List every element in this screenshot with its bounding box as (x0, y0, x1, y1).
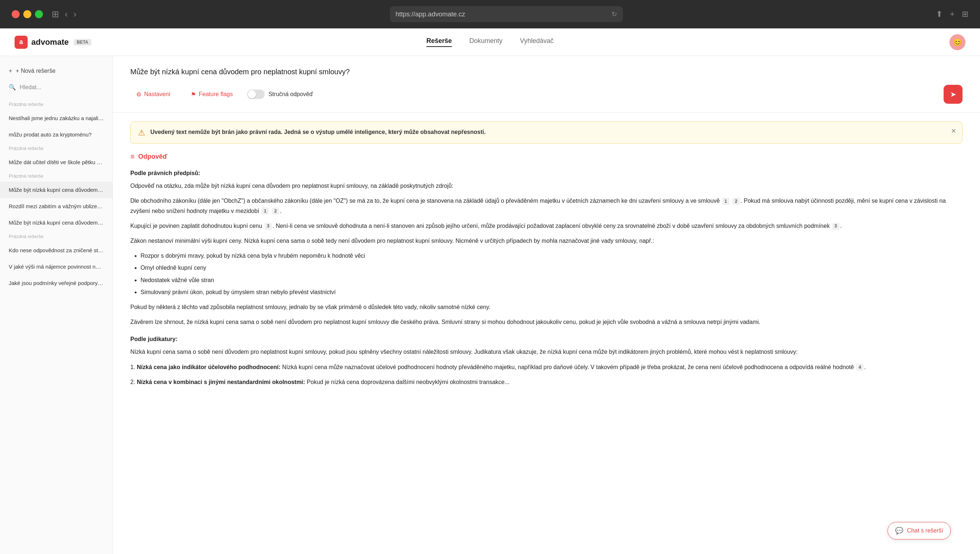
toolbar: ⚙ Nastavení ⚑ Feature flags Stručná odpo… (130, 85, 963, 104)
logo-area: a advomate BETA (14, 36, 91, 49)
legal-p4: Pokud by některá z těchto vad způsobila … (130, 302, 963, 312)
settings-button[interactable]: ⚙ Nastavení (130, 88, 176, 101)
nav-vyhledavac[interactable]: Vyhledávač (520, 37, 554, 47)
traffic-lights (12, 10, 43, 18)
answer-header: ≡ Odpověď (130, 153, 963, 161)
url-text: https://app.advomate.cz (396, 11, 465, 18)
sidebar-section-label-3: Prázdná rešerše (0, 170, 113, 181)
case-bullet-2: 2. Nízká cena v kombinaci s jinými nesta… (130, 377, 963, 387)
legal-bullet-2: Omyl ohledně kupní ceny (140, 263, 963, 273)
plus-icon: + (9, 68, 12, 74)
answer-body: Podle právních předpisů: Odpověď na otáz… (130, 168, 963, 387)
browser-chrome: ⊞ ‹ › https://app.advomate.cz ↻ ⬆ + ⊞ (0, 0, 980, 29)
chat-label: Chat s rešerší (907, 527, 943, 534)
legal-bullet-4: Simulovaný právní úkon, pokud by úmyslem… (140, 287, 963, 297)
case-law-heading: Podle judikatury: (130, 334, 963, 344)
search-icon: 🔍 (9, 84, 16, 91)
stručná-odpověď-toggle: Stručná odpověď (247, 89, 313, 99)
answer-header-label: Odpověď (138, 153, 167, 161)
case-bullet-1-label: Nízká cena jako indikátor účelového podh… (137, 364, 281, 370)
flag-icon: ⚑ (191, 91, 196, 98)
nav-reserše[interactable]: Rešerše (426, 37, 452, 47)
legal-intro: Odpověď na otázku, zda může být nízká ku… (130, 181, 963, 191)
case-bullet-2-label: Nízká cena v kombinaci s jinými nestanda… (137, 379, 305, 385)
legal-p1: Dle obchodního zákoníku (dále jen "ObchZ… (130, 196, 963, 215)
citation-4: 4 (856, 364, 864, 371)
send-icon: ➤ (950, 90, 956, 99)
tab-grid-icon[interactable]: ⊞ (52, 9, 59, 19)
warning-icon: ⚠ (138, 128, 145, 138)
app-header: a advomate BETA Rešerše Dokumenty Vyhled… (0, 29, 980, 56)
sidebar-section-label-4: Prázdná rešerše (0, 231, 113, 242)
content-panel: Může být nízká kupní cena důvodem pro ne… (113, 56, 980, 554)
browser-actions: ⬆ + ⊞ (936, 10, 968, 19)
sidebar-item-9[interactable]: Jaké jsou podmínky veřejné podpory ma... (0, 275, 113, 291)
legal-p5: Závěrem lze shrnout, že nízká kupní cena… (130, 317, 963, 327)
toggle-knob (248, 90, 256, 98)
sidebar-item-2[interactable]: můžu prodat auto za kryptoménu? (0, 126, 113, 143)
search-placeholder: Hledat... (20, 84, 41, 91)
legal-bullets-list: Rozpor s dobrými mravy, pokud by nízká c… (140, 251, 963, 297)
app-window: a advomate BETA Rešerše Dokumenty Vyhled… (0, 29, 980, 554)
toggle-switch[interactable] (247, 89, 265, 99)
question-area: Může být nízká kupní cena důvodem pro ne… (113, 56, 980, 104)
toggle-label: Stručná odpověď (268, 91, 313, 97)
nav-dokumenty[interactable]: Dokumenty (469, 37, 503, 47)
feature-flags-label: Feature flags (199, 91, 232, 97)
settings-label: Nastavení (144, 91, 170, 97)
traffic-light-yellow[interactable] (23, 10, 31, 18)
warning-close-button[interactable]: ✕ (951, 127, 956, 135)
back-icon[interactable]: ‹ (65, 9, 68, 19)
chat-icon: 💬 (895, 527, 903, 535)
forward-icon[interactable]: › (73, 9, 76, 19)
sidebar-item-3[interactable]: Může dát učitel dítěti ve škole pětku za… (0, 154, 113, 170)
sidebar-section-label-1: Prázdná rešerše (0, 99, 113, 110)
sidebar-item-5[interactable]: Rozdíl mezi zabitím a vážným ublizením .… (0, 198, 113, 214)
traffic-light-green[interactable] (35, 10, 43, 18)
chat-button[interactable]: 💬 Chat s rešerší (888, 522, 951, 540)
content-divider (113, 113, 980, 113)
legal-p2: Kupující je povinen zaplatit dohodnutou … (130, 221, 963, 231)
citation-1b: 1 (261, 207, 269, 215)
sidebar: + + Nová rešerše 🔍 Hledat... Prázdná reš… (0, 56, 113, 554)
question-text: Může být nízká kupní cena důvodem pro ne… (130, 68, 963, 76)
sidebar-section-label-2: Prázdná rešerše (0, 143, 113, 154)
answer-header-icon: ≡ (130, 153, 135, 161)
sidebar-item-8[interactable]: V jaké výši má nájemce povinnost nést n.… (0, 258, 113, 275)
header-nav: Rešerše Dokumenty Vyhledávač (426, 37, 554, 47)
warning-banner: ⚠ Uvedený text nemůže být brán jako práv… (130, 122, 963, 144)
logo-icon: a (14, 36, 28, 49)
new-reserše-button[interactable]: + + Nová rešerše (0, 63, 113, 79)
search-bar[interactable]: 🔍 Hledat... (0, 80, 113, 94)
sidebar-item-6[interactable]: Může být nízká kupní cena důvodem pro... (0, 214, 113, 231)
legal-bullet-3: Nedostatek vážné vůle stran (140, 275, 963, 285)
answer-section[interactable]: ≡ Odpověď Podle právních předpisů: Odpov… (113, 144, 980, 554)
legal-bullet-1: Rozpor s dobrými mravy, pokud by nízká c… (140, 251, 963, 261)
citation-2b: 2 (272, 207, 279, 215)
browser-nav-icons: ⊞ ‹ › (52, 9, 76, 19)
sidebar-item-4[interactable]: Může být nízká kupní cena důvodem pro... (0, 181, 113, 198)
citation-2: 2 (732, 197, 740, 205)
feature-flags-button[interactable]: ⚑ Feature flags (185, 88, 239, 101)
logo-badge: BETA (74, 39, 91, 46)
citation-3: 3 (265, 223, 272, 230)
warning-text: Uvedený text nemůže být brán jako právní… (150, 128, 486, 137)
case-intro: Nízká kupní cena sama o sobě není důvode… (130, 347, 963, 357)
send-button[interactable]: ➤ (943, 85, 963, 104)
reload-icon[interactable]: ↻ (612, 10, 617, 18)
warning-text-content: Uvedený text nemůže být brán jako právní… (150, 129, 486, 135)
extensions-icon[interactable]: ⊞ (962, 10, 968, 19)
share-icon[interactable]: ⬆ (936, 10, 942, 19)
sidebar-item-1[interactable]: Nestíhali jsme jednu zakázku a najali js… (0, 110, 113, 126)
case-bullet-1: 1. Nízká cena jako indikátor účelového p… (130, 362, 963, 372)
settings-icon: ⚙ (136, 91, 141, 98)
address-bar[interactable]: https://app.advomate.cz ↻ (390, 6, 623, 22)
new-tab-icon[interactable]: + (950, 10, 955, 19)
user-avatar[interactable]: 😊 (950, 34, 966, 50)
traffic-light-red[interactable] (12, 10, 20, 18)
sidebar-item-7[interactable]: Kdo nese odpovědnost za zničené stěny... (0, 242, 113, 258)
main-content: + + Nová rešerše 🔍 Hledat... Prázdná reš… (0, 56, 980, 554)
logo-text: advomate (31, 38, 69, 47)
legal-basis-heading: Podle právních předpisů: (130, 168, 963, 178)
new-reserše-label: + Nová rešerše (16, 68, 55, 74)
